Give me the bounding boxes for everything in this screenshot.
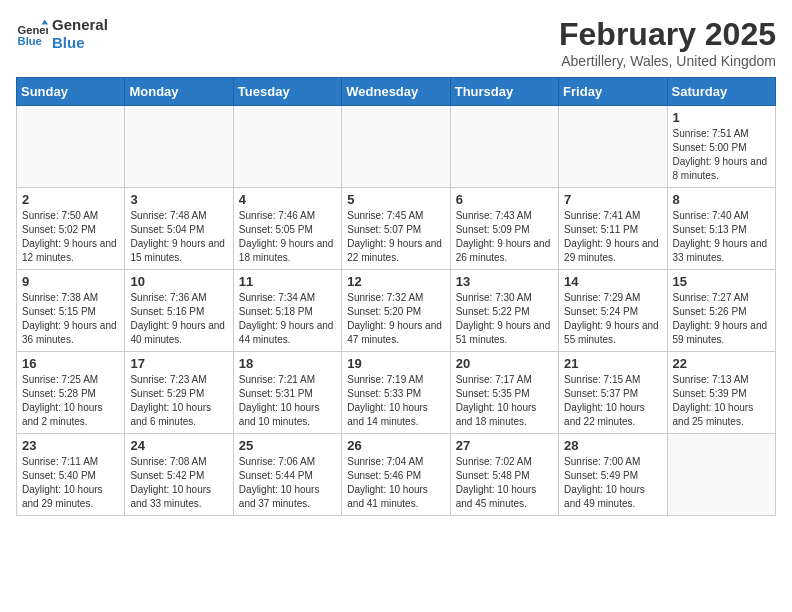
weekday-header: Thursday <box>450 78 558 106</box>
svg-text:Blue: Blue <box>18 35 42 47</box>
day-number: 23 <box>22 438 119 453</box>
calendar-day-cell: 7Sunrise: 7:41 AM Sunset: 5:11 PM Daylig… <box>559 188 667 270</box>
calendar-day-cell <box>450 106 558 188</box>
day-number: 11 <box>239 274 336 289</box>
calendar-day-cell <box>233 106 341 188</box>
day-info: Sunrise: 7:41 AM Sunset: 5:11 PM Dayligh… <box>564 209 661 265</box>
day-info: Sunrise: 7:40 AM Sunset: 5:13 PM Dayligh… <box>673 209 770 265</box>
calendar-day-cell: 25Sunrise: 7:06 AM Sunset: 5:44 PM Dayli… <box>233 434 341 516</box>
day-number: 10 <box>130 274 227 289</box>
day-info: Sunrise: 7:19 AM Sunset: 5:33 PM Dayligh… <box>347 373 444 429</box>
calendar-day-cell: 28Sunrise: 7:00 AM Sunset: 5:49 PM Dayli… <box>559 434 667 516</box>
calendar-day-cell: 24Sunrise: 7:08 AM Sunset: 5:42 PM Dayli… <box>125 434 233 516</box>
calendar-day-cell: 23Sunrise: 7:11 AM Sunset: 5:40 PM Dayli… <box>17 434 125 516</box>
day-info: Sunrise: 7:50 AM Sunset: 5:02 PM Dayligh… <box>22 209 119 265</box>
calendar-day-cell: 18Sunrise: 7:21 AM Sunset: 5:31 PM Dayli… <box>233 352 341 434</box>
calendar-day-cell: 2Sunrise: 7:50 AM Sunset: 5:02 PM Daylig… <box>17 188 125 270</box>
day-info: Sunrise: 7:51 AM Sunset: 5:00 PM Dayligh… <box>673 127 770 183</box>
calendar-day-cell: 8Sunrise: 7:40 AM Sunset: 5:13 PM Daylig… <box>667 188 775 270</box>
calendar-week-row: 2Sunrise: 7:50 AM Sunset: 5:02 PM Daylig… <box>17 188 776 270</box>
day-number: 26 <box>347 438 444 453</box>
weekday-header: Tuesday <box>233 78 341 106</box>
calendar-day-cell: 26Sunrise: 7:04 AM Sunset: 5:46 PM Dayli… <box>342 434 450 516</box>
day-info: Sunrise: 7:06 AM Sunset: 5:44 PM Dayligh… <box>239 455 336 511</box>
calendar-day-cell: 14Sunrise: 7:29 AM Sunset: 5:24 PM Dayli… <box>559 270 667 352</box>
day-number: 9 <box>22 274 119 289</box>
day-number: 2 <box>22 192 119 207</box>
day-number: 17 <box>130 356 227 371</box>
day-number: 20 <box>456 356 553 371</box>
day-number: 6 <box>456 192 553 207</box>
day-info: Sunrise: 7:13 AM Sunset: 5:39 PM Dayligh… <box>673 373 770 429</box>
calendar-day-cell: 27Sunrise: 7:02 AM Sunset: 5:48 PM Dayli… <box>450 434 558 516</box>
day-number: 5 <box>347 192 444 207</box>
calendar-day-cell <box>559 106 667 188</box>
calendar-day-cell: 12Sunrise: 7:32 AM Sunset: 5:20 PM Dayli… <box>342 270 450 352</box>
calendar-week-row: 1Sunrise: 7:51 AM Sunset: 5:00 PM Daylig… <box>17 106 776 188</box>
calendar-day-cell <box>342 106 450 188</box>
day-info: Sunrise: 7:25 AM Sunset: 5:28 PM Dayligh… <box>22 373 119 429</box>
calendar-day-cell <box>125 106 233 188</box>
day-info: Sunrise: 7:29 AM Sunset: 5:24 PM Dayligh… <box>564 291 661 347</box>
day-info: Sunrise: 7:11 AM Sunset: 5:40 PM Dayligh… <box>22 455 119 511</box>
day-info: Sunrise: 7:04 AM Sunset: 5:46 PM Dayligh… <box>347 455 444 511</box>
calendar-day-cell: 20Sunrise: 7:17 AM Sunset: 5:35 PM Dayli… <box>450 352 558 434</box>
day-number: 3 <box>130 192 227 207</box>
day-number: 15 <box>673 274 770 289</box>
day-number: 22 <box>673 356 770 371</box>
calendar-day-cell: 13Sunrise: 7:30 AM Sunset: 5:22 PM Dayli… <box>450 270 558 352</box>
day-number: 8 <box>673 192 770 207</box>
day-info: Sunrise: 7:46 AM Sunset: 5:05 PM Dayligh… <box>239 209 336 265</box>
day-number: 19 <box>347 356 444 371</box>
day-info: Sunrise: 7:43 AM Sunset: 5:09 PM Dayligh… <box>456 209 553 265</box>
calendar-day-cell: 10Sunrise: 7:36 AM Sunset: 5:16 PM Dayli… <box>125 270 233 352</box>
calendar-day-cell: 15Sunrise: 7:27 AM Sunset: 5:26 PM Dayli… <box>667 270 775 352</box>
day-info: Sunrise: 7:34 AM Sunset: 5:18 PM Dayligh… <box>239 291 336 347</box>
calendar-header: SundayMondayTuesdayWednesdayThursdayFrid… <box>17 78 776 106</box>
day-info: Sunrise: 7:15 AM Sunset: 5:37 PM Dayligh… <box>564 373 661 429</box>
day-info: Sunrise: 7:30 AM Sunset: 5:22 PM Dayligh… <box>456 291 553 347</box>
calendar-day-cell: 16Sunrise: 7:25 AM Sunset: 5:28 PM Dayli… <box>17 352 125 434</box>
day-number: 25 <box>239 438 336 453</box>
calendar-day-cell <box>667 434 775 516</box>
day-info: Sunrise: 7:17 AM Sunset: 5:35 PM Dayligh… <box>456 373 553 429</box>
weekday-header: Saturday <box>667 78 775 106</box>
calendar-day-cell: 4Sunrise: 7:46 AM Sunset: 5:05 PM Daylig… <box>233 188 341 270</box>
logo-icon: General Blue <box>16 18 48 50</box>
day-number: 4 <box>239 192 336 207</box>
day-info: Sunrise: 7:02 AM Sunset: 5:48 PM Dayligh… <box>456 455 553 511</box>
svg-marker-2 <box>42 20 48 25</box>
day-number: 13 <box>456 274 553 289</box>
calendar-day-cell: 17Sunrise: 7:23 AM Sunset: 5:29 PM Dayli… <box>125 352 233 434</box>
calendar-day-cell <box>17 106 125 188</box>
day-info: Sunrise: 7:27 AM Sunset: 5:26 PM Dayligh… <box>673 291 770 347</box>
day-info: Sunrise: 7:21 AM Sunset: 5:31 PM Dayligh… <box>239 373 336 429</box>
day-info: Sunrise: 7:08 AM Sunset: 5:42 PM Dayligh… <box>130 455 227 511</box>
day-number: 16 <box>22 356 119 371</box>
logo-line2: Blue <box>52 34 108 52</box>
day-info: Sunrise: 7:36 AM Sunset: 5:16 PM Dayligh… <box>130 291 227 347</box>
day-number: 14 <box>564 274 661 289</box>
day-number: 7 <box>564 192 661 207</box>
calendar-day-cell: 3Sunrise: 7:48 AM Sunset: 5:04 PM Daylig… <box>125 188 233 270</box>
day-number: 27 <box>456 438 553 453</box>
calendar-week-row: 9Sunrise: 7:38 AM Sunset: 5:15 PM Daylig… <box>17 270 776 352</box>
page-header: General Blue General Blue February 2025 … <box>16 16 776 69</box>
day-info: Sunrise: 7:38 AM Sunset: 5:15 PM Dayligh… <box>22 291 119 347</box>
day-number: 1 <box>673 110 770 125</box>
day-info: Sunrise: 7:45 AM Sunset: 5:07 PM Dayligh… <box>347 209 444 265</box>
subtitle: Abertillery, Wales, United Kingdom <box>559 53 776 69</box>
calendar-table: SundayMondayTuesdayWednesdayThursdayFrid… <box>16 77 776 516</box>
title-block: February 2025 Abertillery, Wales, United… <box>559 16 776 69</box>
calendar-day-cell: 5Sunrise: 7:45 AM Sunset: 5:07 PM Daylig… <box>342 188 450 270</box>
day-number: 12 <box>347 274 444 289</box>
calendar-day-cell: 21Sunrise: 7:15 AM Sunset: 5:37 PM Dayli… <box>559 352 667 434</box>
main-title: February 2025 <box>559 16 776 53</box>
day-info: Sunrise: 7:23 AM Sunset: 5:29 PM Dayligh… <box>130 373 227 429</box>
logo: General Blue General Blue <box>16 16 108 52</box>
day-info: Sunrise: 7:48 AM Sunset: 5:04 PM Dayligh… <box>130 209 227 265</box>
day-info: Sunrise: 7:32 AM Sunset: 5:20 PM Dayligh… <box>347 291 444 347</box>
weekday-header: Sunday <box>17 78 125 106</box>
weekday-header: Wednesday <box>342 78 450 106</box>
calendar-day-cell: 6Sunrise: 7:43 AM Sunset: 5:09 PM Daylig… <box>450 188 558 270</box>
